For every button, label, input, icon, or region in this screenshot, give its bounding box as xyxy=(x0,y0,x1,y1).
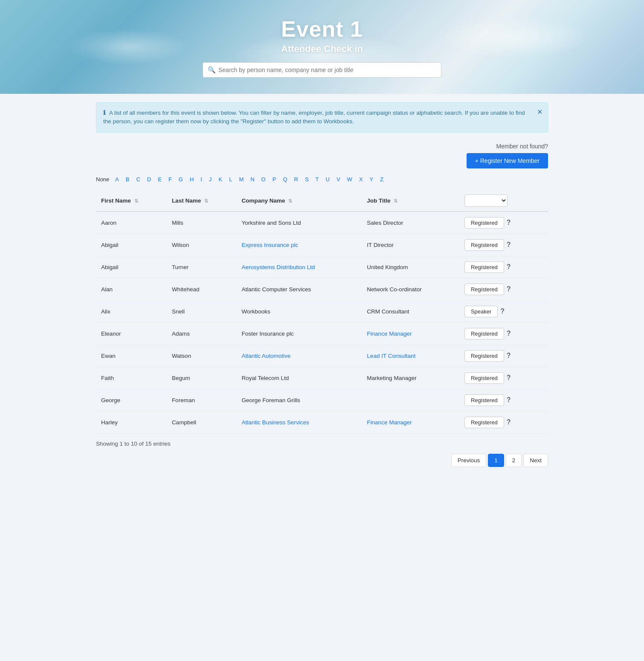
alpha-W[interactable]: W xyxy=(345,175,355,183)
showing-entries-text: Showing 1 to 10 of 15 entries xyxy=(96,441,548,447)
cell-status: Registered? xyxy=(459,322,548,345)
status-filter-dropdown[interactable]: Registered Speaker xyxy=(464,194,508,207)
cell-job-title[interactable]: Finance Manager xyxy=(362,411,459,433)
alpha-N[interactable]: N xyxy=(248,175,257,183)
cell-job-title: Sales Director xyxy=(362,212,459,234)
status-button[interactable]: Registered xyxy=(464,372,504,384)
cell-job-title[interactable]: Lead IT Consultant xyxy=(362,345,459,367)
register-new-member-button[interactable]: + Register New Member xyxy=(467,153,548,168)
search-icon: 🔍 xyxy=(208,66,216,74)
question-mark-button[interactable]: ? xyxy=(498,307,507,316)
alpha-T[interactable]: T xyxy=(313,175,322,183)
status-button[interactable]: Registered xyxy=(464,217,504,229)
cell-status: Registered? xyxy=(459,256,548,278)
alpha-Q[interactable]: Q xyxy=(280,175,290,183)
cell-company-name: Atlantic Computer Services xyxy=(237,278,362,300)
status-button[interactable]: Registered xyxy=(464,261,504,273)
previous-page-button[interactable]: Previous xyxy=(451,454,487,467)
status-button[interactable]: Registered xyxy=(464,239,504,251)
cell-job-title: IT Director xyxy=(362,234,459,256)
alpha-L[interactable]: L xyxy=(226,175,235,183)
alpha-D[interactable]: D xyxy=(145,175,154,183)
question-mark-button[interactable]: ? xyxy=(504,395,513,405)
table-row: FaithBegumRoyal Telecom LtdMarketing Man… xyxy=(96,367,548,389)
table-row: GeorgeForemanGeorge Foreman GrillsRegist… xyxy=(96,389,548,411)
alpha-X[interactable]: X xyxy=(357,175,366,183)
question-mark-button[interactable]: ? xyxy=(504,240,513,249)
alpha-B[interactable]: B xyxy=(123,175,132,183)
alpha-I[interactable]: I xyxy=(198,175,205,183)
cell-company-name[interactable]: Aerosystems Distribution Ltd xyxy=(237,256,362,278)
cell-job-title: CRM Consultant xyxy=(362,300,459,322)
alphabet-filter: None A B C D E F G H I J K L M N O P Q R… xyxy=(96,175,548,183)
cell-company-name: Workbooks xyxy=(237,300,362,322)
info-icon: ℹ xyxy=(103,110,105,116)
cell-company-name: Foster Insurance plc xyxy=(237,322,362,345)
cell-first-name: Aaron xyxy=(96,212,167,234)
cell-job-title[interactable]: Finance Manager xyxy=(362,322,459,345)
status-button[interactable]: Registered xyxy=(464,417,504,428)
cell-company-name[interactable]: Atlantic Automotive xyxy=(237,345,362,367)
alpha-R[interactable]: R xyxy=(292,175,301,183)
question-mark-button[interactable]: ? xyxy=(504,262,513,272)
status-button[interactable]: Registered xyxy=(464,350,504,362)
alpha-O[interactable]: O xyxy=(259,175,268,183)
sort-job-title-icon[interactable]: ⇅ xyxy=(394,198,397,204)
question-mark-button[interactable]: ? xyxy=(504,218,513,227)
question-mark-button[interactable]: ? xyxy=(504,417,513,427)
cell-status: Registered? xyxy=(459,212,548,234)
attendee-table: First Name ⇅ Last Name ⇅ Company Name ⇅ … xyxy=(96,190,548,434)
cell-job-title xyxy=(362,389,459,411)
close-banner-button[interactable]: ✕ xyxy=(537,108,542,116)
table-row: AaronMillsYorkshire and Sons LtdSales Di… xyxy=(96,212,548,234)
info-banner-text: A list of all members for this event is … xyxy=(103,110,525,125)
cell-last-name: Wilson xyxy=(167,234,237,256)
alpha-C[interactable]: C xyxy=(133,175,142,183)
cell-status: Registered? xyxy=(459,411,548,433)
status-button[interactable]: Registered xyxy=(464,328,504,339)
cell-last-name: Snell xyxy=(167,300,237,322)
alpha-A[interactable]: A xyxy=(113,175,122,183)
hero-section: Event 1 Attendee Check in 🔍 xyxy=(0,0,644,94)
cell-company-name[interactable]: Express Insurance plc xyxy=(237,234,362,256)
sort-last-name-icon[interactable]: ⇅ xyxy=(204,198,208,204)
col-job-title: Job Title ⇅ xyxy=(362,190,459,212)
col-status: Registered Speaker xyxy=(459,190,548,212)
sort-first-name-icon[interactable]: ⇅ xyxy=(134,198,138,204)
search-wrapper: 🔍 xyxy=(203,62,441,78)
search-input[interactable] xyxy=(203,62,441,78)
alpha-J[interactable]: J xyxy=(206,175,215,183)
alpha-M[interactable]: M xyxy=(236,175,246,183)
alpha-V[interactable]: V xyxy=(334,175,343,183)
status-button[interactable]: Registered xyxy=(464,394,504,406)
alpha-E[interactable]: E xyxy=(155,175,164,183)
table-row: HarleyCampbellAtlantic Business Services… xyxy=(96,411,548,433)
alpha-K[interactable]: K xyxy=(216,175,225,183)
cell-company-name[interactable]: Atlantic Business Services xyxy=(237,411,362,433)
alpha-F[interactable]: F xyxy=(166,175,174,183)
alpha-Y[interactable]: Y xyxy=(367,175,376,183)
table-row: EwanWatsonAtlantic AutomotiveLead IT Con… xyxy=(96,345,548,367)
status-button[interactable]: Speaker xyxy=(464,306,498,317)
hero-subtitle: Attendee Check in xyxy=(281,43,363,55)
alpha-H[interactable]: H xyxy=(187,175,196,183)
alpha-P[interactable]: P xyxy=(270,175,279,183)
cell-company-name: Yorkshire and Sons Ltd xyxy=(237,212,362,234)
alpha-U[interactable]: U xyxy=(323,175,332,183)
page-1-button[interactable]: 1 xyxy=(488,454,504,467)
sort-company-icon[interactable]: ⇅ xyxy=(288,198,292,204)
alpha-Z[interactable]: Z xyxy=(377,175,386,183)
member-not-found-label: Member not found? xyxy=(496,143,548,150)
alpha-S[interactable]: S xyxy=(302,175,311,183)
question-mark-button[interactable]: ? xyxy=(504,284,513,294)
question-mark-button[interactable]: ? xyxy=(504,329,513,338)
cell-job-title: United Kingdom xyxy=(362,256,459,278)
status-button[interactable]: Registered xyxy=(464,284,504,295)
alpha-G[interactable]: G xyxy=(176,175,186,183)
question-mark-button[interactable]: ? xyxy=(504,351,513,360)
cell-first-name: Alan xyxy=(96,278,167,300)
page-2-button[interactable]: 2 xyxy=(506,454,522,467)
register-section: Member not found? + Register New Member xyxy=(96,143,548,168)
next-page-button[interactable]: Next xyxy=(523,454,548,467)
question-mark-button[interactable]: ? xyxy=(504,373,513,383)
